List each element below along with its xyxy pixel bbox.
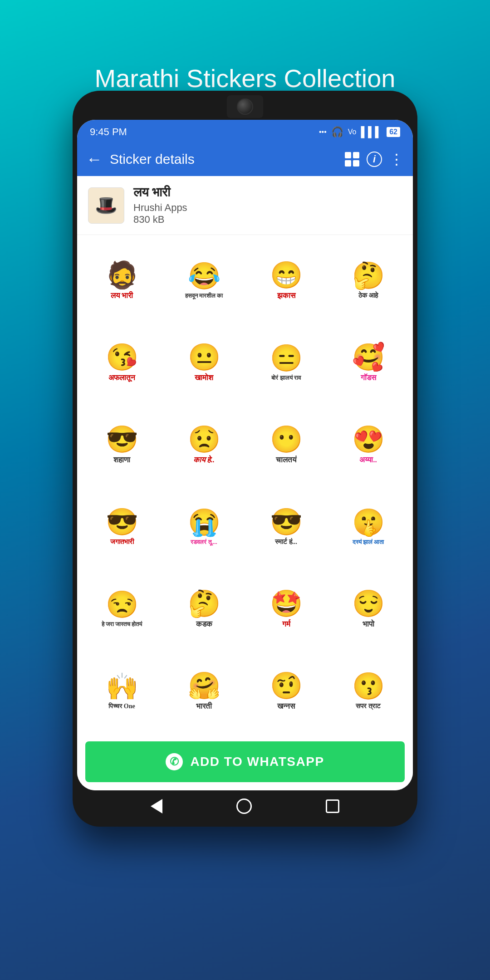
- sticker-label: शहाणा: [113, 456, 130, 465]
- add-to-whatsapp-button[interactable]: ✆ ADD TO WHATSAPP: [85, 741, 405, 782]
- sticker-label: काय हे..: [193, 456, 215, 465]
- sticker-label: ठेक आहे: [358, 292, 378, 299]
- back-button[interactable]: ←: [86, 150, 103, 169]
- sticker-emoji: 😗: [352, 671, 385, 701]
- sticker-emoji: 😎: [106, 506, 138, 537]
- sticker-label: गॉडस: [361, 373, 376, 382]
- sticker-cell[interactable]: 😟 काय हे..: [163, 403, 245, 485]
- sticker-pack-info: लय भारी Hrushi Apps 830 kB: [133, 185, 187, 225]
- sticker-emoji: 😑: [270, 343, 303, 373]
- sticker-emoji: 🤫: [352, 507, 385, 538]
- nav-back-button[interactable]: [151, 799, 162, 813]
- more-button[interactable]: ⋮: [389, 151, 404, 168]
- sticker-cell[interactable]: 😑 बोरं झालयं राव: [245, 321, 327, 403]
- sticker-emoji: 😶: [270, 424, 303, 455]
- status-right: ••• 🎧 Vo ▌▌▌ 62: [319, 126, 400, 138]
- whatsapp-logo-circle: ✆: [166, 753, 183, 770]
- grid-cell-1: [345, 152, 351, 158]
- app-bar-title: Sticker details: [110, 152, 338, 167]
- sticker-emoji: 😍: [352, 424, 385, 455]
- sticker-pack-size: 830 kB: [133, 214, 187, 225]
- nav-home-button[interactable]: [236, 799, 252, 814]
- sticker-cell[interactable]: 😶 चालतयं: [245, 403, 327, 485]
- phone-nav-bar: [77, 790, 413, 822]
- grid-cell-4: [353, 160, 359, 167]
- sticker-label: अफलातून: [108, 373, 135, 382]
- sticker-cell[interactable]: 😍 अय्या..: [327, 403, 409, 485]
- status-bar: 9:45 PM ••• 🎧 Vo ▌▌▌ 62: [77, 120, 413, 142]
- grid-cell-2: [353, 152, 359, 158]
- sticker-emoji: 🤔: [352, 260, 385, 291]
- sticker-label: कडक: [196, 620, 212, 629]
- sticker-label: अय्या..: [359, 456, 377, 465]
- sticker-pack-header: 🎩 लय भारी Hrushi Apps 830 kB: [77, 176, 413, 235]
- sticker-cell[interactable]: 🤫 दस्यं झालं आता: [327, 485, 409, 567]
- sticker-cell[interactable]: 😌 भापो: [327, 567, 409, 649]
- sticker-pack-name: लय भारी: [133, 185, 187, 200]
- sticker-emoji: 😘: [106, 342, 138, 372]
- sticker-label: स्मार्ट हं...: [275, 538, 297, 546]
- sticker-cell[interactable]: 😁 झकास: [245, 239, 327, 321]
- phone-device: 9:45 PM ••• 🎧 Vo ▌▌▌ 62 ← Sticker detail…: [73, 91, 417, 827]
- sticker-cell[interactable]: 😎 शहाणा: [81, 403, 163, 485]
- battery-icon: 62: [387, 127, 400, 137]
- sticker-emoji: 😁: [270, 260, 303, 290]
- sticker-label: भारती: [196, 702, 212, 711]
- sticker-cell[interactable]: 🥰 गॉडस: [327, 321, 409, 403]
- sticker-label: पिच्चर One: [108, 703, 135, 710]
- sticker-emoji: 😐: [188, 342, 220, 372]
- sticker-emoji: 🤨: [270, 670, 303, 701]
- nav-recents-button[interactable]: [326, 799, 339, 813]
- sticker-cell[interactable]: 🤔 कडक: [163, 567, 245, 649]
- sticker-label: सपर त्राट: [356, 702, 381, 710]
- sticker-label: हे जरा जास्तच होतयं: [102, 621, 142, 628]
- sticker-cell[interactable]: 🤩 गर्म: [245, 567, 327, 649]
- phone-screen: 9:45 PM ••• 🎧 Vo ▌▌▌ 62 ← Sticker detail…: [77, 120, 413, 790]
- sticker-emoji: 😌: [352, 588, 385, 619]
- sticker-cell[interactable]: 😒 हे जरा जास्तच होतयं: [81, 567, 163, 649]
- dots-icon: •••: [319, 128, 327, 136]
- sticker-cell[interactable]: 🧔 लय भारी: [81, 239, 163, 321]
- sticker-cell[interactable]: 🤔 ठेक आहे: [327, 239, 409, 321]
- sticker-label: भापो: [363, 620, 374, 629]
- sticker-label: गर्म: [282, 620, 290, 629]
- sticker-cell[interactable]: 😗 सपर त्राट: [327, 649, 409, 731]
- sticker-cell[interactable]: 😎 जगातभारी: [81, 485, 163, 567]
- camera-lens: [237, 98, 253, 115]
- signal-icon: Vo: [348, 128, 357, 136]
- sticker-label: खन्नस: [277, 702, 295, 711]
- sticker-label: हसवून मारशील का: [185, 292, 223, 299]
- sticker-cell[interactable]: 😎 स्मार्ट हं...: [245, 485, 327, 567]
- sticker-emoji: 😎: [106, 424, 138, 455]
- grid-view-button[interactable]: [345, 152, 359, 167]
- sticker-cell[interactable]: 😭 रडवलरं तू....: [163, 485, 245, 567]
- sticker-cell[interactable]: 🤗 भारती: [163, 649, 245, 731]
- sticker-cell[interactable]: 😘 अफलातून: [81, 321, 163, 403]
- sticker-grid: 🧔 लय भारी 😂 हसवून मारशील का 😁 झकास 🤔 ठेक…: [77, 235, 413, 735]
- sticker-cell[interactable]: 🤨 खन्नस: [245, 649, 327, 731]
- sticker-label: रडवलरं तू....: [191, 539, 217, 546]
- sticker-emoji: 🤔: [188, 588, 220, 619]
- info-button[interactable]: i: [367, 152, 382, 167]
- grid-cell-3: [345, 160, 351, 167]
- sticker-emoji: 😟: [188, 424, 220, 455]
- sticker-cell[interactable]: 😂 हसवून मारशील का: [163, 239, 245, 321]
- add-button-label: ADD TO WHATSAPP: [190, 755, 324, 769]
- app-bar: ← Sticker details i ⋮: [77, 142, 413, 176]
- camera-bump: [227, 95, 263, 118]
- sticker-emoji: 🥰: [352, 342, 385, 372]
- sticker-label: चालतयं: [276, 456, 296, 465]
- sticker-pack-author: Hrushi Apps: [133, 202, 187, 214]
- sticker-label: लय भारी: [111, 291, 133, 300]
- sticker-cell[interactable]: 😐 खामोश: [163, 321, 245, 403]
- whatsapp-icon: ✆: [170, 755, 180, 768]
- sticker-label: दस्यं झालं आता: [353, 539, 384, 546]
- sticker-label: खामोश: [195, 373, 213, 382]
- sticker-cell[interactable]: 🙌 पिच्चर One: [81, 649, 163, 731]
- status-time: 9:45 PM: [90, 126, 127, 138]
- sticker-label: जगातभारी: [110, 538, 134, 546]
- sticker-emoji: 😂: [188, 260, 220, 291]
- headphones-icon: 🎧: [331, 126, 343, 138]
- sticker-emoji: 😒: [106, 589, 138, 620]
- sticker-label: झकास: [277, 291, 295, 300]
